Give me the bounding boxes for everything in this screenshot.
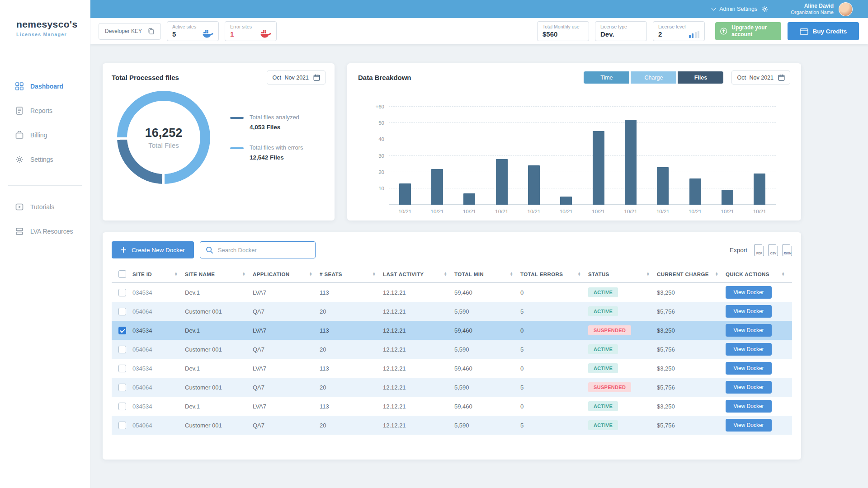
cell-site-name: Dev.1: [185, 327, 253, 334]
avatar[interactable]: [839, 2, 853, 16]
row-checkbox[interactable]: [118, 422, 126, 429]
view-docker-button[interactable]: View Docker: [726, 286, 772, 299]
column-header-site-name[interactable]: SITE NAME▲▼: [185, 272, 253, 277]
bar-xlabels: 10/2110/2110/2110/2110/2110/2110/2110/21…: [389, 209, 776, 214]
export-format-label: PDF: [755, 252, 764, 255]
sidebar-item-billing[interactable]: Billing: [0, 123, 90, 147]
row-checkbox[interactable]: [118, 327, 126, 334]
tab-files[interactable]: Files: [678, 71, 723, 84]
sort-icon[interactable]: ▲▼: [578, 272, 581, 276]
docker-whale-icon: [203, 30, 213, 38]
y-axis-label: 20: [368, 169, 384, 175]
bars-row: [389, 103, 776, 205]
column-header-last-activity[interactable]: LAST ACTIVITY▲▼: [383, 272, 454, 277]
view-docker-button[interactable]: View Docker: [726, 324, 772, 337]
tab-charge[interactable]: Charge: [631, 71, 676, 84]
date-range-picker[interactable]: Oct- Nov 2021: [731, 70, 790, 84]
table-row[interactable]: 034534Dev.1LVA711312.12.2159,4600ACTIVE$…: [112, 397, 792, 416]
export-format-label: JSON: [783, 252, 792, 255]
cell-current-charge: $3,250: [657, 365, 726, 372]
bar-column: [614, 103, 646, 205]
sidebar: nemesysco's Licenses Manager Dashboard R…: [0, 0, 90, 488]
status-badge: ACTIVE: [588, 287, 618, 297]
cell-site-id: 034534: [132, 289, 185, 296]
gear-icon[interactable]: [761, 6, 768, 13]
row-checkbox[interactable]: [118, 365, 126, 372]
bar: [754, 174, 765, 205]
row-checkbox[interactable]: [118, 289, 126, 296]
sort-icon[interactable]: ▲▼: [175, 272, 178, 276]
view-docker-button[interactable]: View Docker: [726, 305, 772, 318]
table-row[interactable]: 054064Customer 001QA72012.12.215,5905ACT…: [112, 302, 792, 321]
admin-settings-menu[interactable]: Admin Settings: [712, 6, 768, 13]
bar-column: [711, 103, 743, 205]
row-checkbox[interactable]: [118, 403, 126, 410]
search-docker-input[interactable]: [218, 247, 310, 253]
column-header-site-id[interactable]: SITE ID▲▼: [132, 272, 185, 277]
table-row[interactable]: 034534Dev.1LVA711312.12.2159,4600ACTIVE$…: [112, 283, 792, 302]
organization-name: Organization Name: [791, 9, 834, 16]
sort-icon[interactable]: ▲▼: [510, 272, 513, 276]
cell-total-min: 5,590: [454, 384, 520, 391]
license-type-label: License type: [600, 24, 642, 29]
column-header-status[interactable]: STATUS▲▼: [588, 272, 657, 277]
date-range-picker[interactable]: Oct- Nov 2021: [267, 70, 326, 84]
table-row[interactable]: 034534Dev.1LVA711312.12.2159,4600SUSPEND…: [112, 321, 792, 340]
sort-icon[interactable]: ▲▼: [782, 272, 785, 276]
subheader: Developer KEY Active sites 5 Error sites…: [90, 18, 868, 44]
export-pdf-icon[interactable]: PDF: [755, 244, 764, 256]
sidebar-item-reports[interactable]: Reports: [0, 99, 90, 123]
cell-last-activity: 12.12.21: [383, 346, 454, 353]
table-row[interactable]: 054064Customer 001QA72012.12.215,5905ACT…: [112, 416, 792, 435]
row-checkbox[interactable]: [118, 346, 126, 353]
cell-seats: 113: [320, 365, 383, 372]
column-header-application[interactable]: APPLICATION▲▼: [253, 272, 320, 277]
tab-time[interactable]: Time: [584, 71, 629, 84]
bar: [560, 197, 572, 205]
view-docker-button[interactable]: View Docker: [726, 419, 772, 432]
app-logo: nemesysco's Licenses Manager: [0, 0, 90, 37]
sort-icon[interactable]: ▲▼: [242, 272, 245, 276]
table-row[interactable]: 054064Customer 001QA72012.12.215,5905SUS…: [112, 378, 792, 397]
user-menu[interactable]: Aline David Organization Name: [791, 2, 853, 16]
buy-credits-button[interactable]: Buy Credits: [788, 22, 859, 40]
sidebar-item-settings[interactable]: Settings: [0, 147, 90, 172]
developer-key-button[interactable]: Developer KEY: [99, 23, 161, 40]
cell-application: LVA7: [253, 289, 320, 296]
cell-application: QA7: [253, 308, 320, 315]
sort-icon[interactable]: ▲▼: [646, 272, 650, 276]
sidebar-item-tutorials[interactable]: Tutorials: [0, 195, 90, 219]
export-json-icon[interactable]: JSON: [783, 244, 792, 256]
table-row[interactable]: 034534Dev.1LVA711312.12.2159,4600ACTIVE$…: [112, 359, 792, 378]
row-checkbox[interactable]: [118, 308, 126, 315]
view-docker-button[interactable]: View Docker: [726, 400, 772, 413]
view-docker-button[interactable]: View Docker: [726, 381, 772, 394]
view-docker-button[interactable]: View Docker: [726, 362, 772, 375]
sort-icon[interactable]: ▲▼: [309, 272, 312, 276]
sort-icon[interactable]: ▲▼: [373, 272, 376, 276]
select-all-checkbox[interactable]: [118, 270, 126, 278]
column-header-total-errors[interactable]: TOTAL ERRORS▲▼: [520, 272, 588, 277]
export-format-label: CSV: [769, 252, 778, 255]
sort-icon[interactable]: ▲▼: [715, 272, 718, 276]
active-sites-value: 5: [172, 30, 176, 38]
license-level-bars-icon: [689, 31, 700, 38]
row-checkbox[interactable]: [118, 384, 126, 391]
sidebar-item-lva-resources[interactable]: LVA Resources: [0, 219, 90, 244]
search-icon: [206, 246, 213, 254]
bar-plot: 1020304050+60: [389, 103, 776, 205]
export-csv-icon[interactable]: CSV: [769, 244, 778, 256]
column-header--seats[interactable]: # SEATS▲▼: [320, 272, 383, 277]
column-header-quick-actions[interactable]: QUICK ACTIONS▲▼: [726, 272, 792, 277]
sidebar-item-dashboard[interactable]: Dashboard: [0, 74, 90, 99]
view-docker-button[interactable]: View Docker: [726, 343, 772, 356]
column-header-total-min[interactable]: TOTAL MIN▲▼: [454, 272, 520, 277]
sort-icon[interactable]: ▲▼: [444, 272, 447, 276]
total-files-label: Total Files: [148, 141, 179, 149]
create-new-docker-button[interactable]: Create New Docker: [112, 241, 194, 258]
table-row[interactable]: 054064Customer 001QA72012.12.215,5905ACT…: [112, 340, 792, 359]
x-axis-label: 10/21: [486, 209, 518, 214]
legend-value: 12,542 Files: [250, 154, 303, 161]
column-header-current-charge[interactable]: CURRENT CHARGE▲▼: [657, 272, 726, 277]
upgrade-account-button[interactable]: Upgrade your account: [715, 22, 781, 40]
